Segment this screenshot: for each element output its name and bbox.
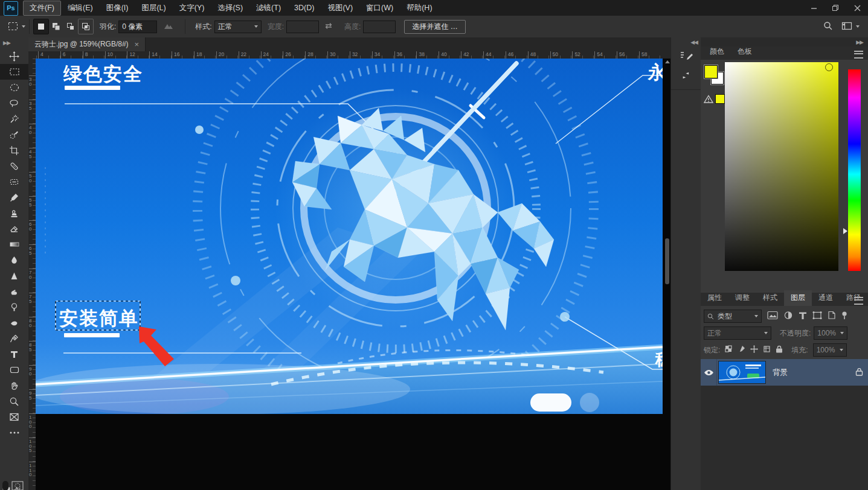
subtract-from-selection-button[interactable] — [63, 19, 78, 34]
filter-shape-layers-icon[interactable] — [812, 311, 822, 322]
panel-tab[interactable]: 属性 — [701, 290, 728, 306]
panel-tab[interactable]: 图层 — [784, 290, 812, 306]
tools-panel-collapse-icon[interactable]: ▶▶ — [0, 37, 28, 48]
lock-pixels-icon[interactable] — [738, 345, 745, 355]
menu-item[interactable]: 图层(L) — [135, 1, 172, 16]
panel-tab[interactable]: 调整 — [728, 290, 756, 306]
clone-stamp-tool[interactable] — [0, 205, 28, 221]
lock-artboard-icon[interactable] — [763, 345, 771, 355]
menu-item[interactable]: 3D(D) — [288, 1, 321, 14]
scroll-up-icon[interactable] — [665, 60, 670, 63]
move-tool[interactable] — [0, 48, 28, 64]
gamut-warning[interactable] — [704, 94, 725, 104]
patch-tool[interactable] — [0, 174, 28, 189]
color-picker-ring[interactable] — [825, 63, 833, 71]
menu-item[interactable]: 文字(Y) — [173, 1, 211, 16]
feather-input[interactable]: 0 像素 — [118, 21, 157, 33]
width-input[interactable] — [286, 21, 319, 33]
layer-filter-select[interactable]: 类型 — [704, 310, 762, 323]
menu-item[interactable]: 滤镜(T) — [249, 1, 288, 16]
blend-mode-select[interactable]: 正常 — [704, 326, 771, 340]
saturation-brightness-field[interactable] — [725, 62, 838, 271]
dodge-tool[interactable] — [0, 299, 28, 315]
lock-position-icon[interactable] — [750, 345, 758, 355]
brush-tool[interactable] — [0, 189, 28, 205]
magic-wand-tool[interactable] — [0, 111, 28, 127]
lock-all-icon[interactable] — [776, 345, 783, 355]
workspace-switcher-icon[interactable] — [841, 22, 852, 32]
search-icon[interactable] — [823, 21, 833, 33]
shape-tool[interactable] — [0, 362, 28, 378]
lock-transparency-icon[interactable] — [725, 345, 733, 355]
canvas-scrollbar[interactable] — [664, 59, 670, 414]
eraser-tool[interactable] — [0, 221, 28, 237]
filter-image-layers-icon[interactable] — [767, 311, 778, 322]
zoom-tool[interactable] — [0, 393, 28, 409]
tab-color[interactable]: 颜色 — [703, 44, 731, 60]
minimize-button[interactable] — [803, 0, 825, 16]
new-selection-button[interactable] — [33, 19, 49, 34]
select-and-mask-button[interactable]: 选择并遮住 … — [404, 20, 465, 34]
screen-mode-icon[interactable] — [0, 409, 28, 425]
tab-swatches[interactable]: 色板 — [731, 44, 759, 60]
panel-tab[interactable]: 样式 — [756, 290, 784, 306]
healing-brush-tool[interactable] — [0, 158, 28, 174]
gradient-tool[interactable] — [0, 237, 28, 252]
panel-menu-icon[interactable] — [854, 297, 863, 305]
menu-item[interactable]: 选择(S) — [211, 1, 249, 16]
more-tools-icon[interactable] — [0, 425, 28, 441]
canvas-viewport[interactable]: .pA{fill:#eaf7ff}.pB{fill:#c9e9fc}.pC{fi… — [36, 59, 670, 490]
swap-width-height-icon[interactable] — [324, 22, 333, 32]
photoshop-logo[interactable]: Ps — [4, 1, 18, 16]
menu-item[interactable]: 图像(I) — [100, 1, 135, 16]
filter-type-layers-icon[interactable] — [799, 311, 807, 322]
layer-row[interactable]: 背景 — [701, 359, 868, 386]
quick-mask-icon[interactable] — [1, 480, 28, 490]
intersect-selection-button[interactable] — [78, 19, 94, 34]
rectangular-marquee-tool[interactable] — [0, 64, 28, 80]
layer-name[interactable]: 背景 — [773, 368, 788, 378]
type-tool[interactable] — [0, 346, 28, 362]
close-tab-icon[interactable]: × — [135, 40, 140, 49]
smudge-tool[interactable] — [0, 284, 28, 299]
fill-select[interactable]: 100% — [813, 343, 847, 357]
opacity-select[interactable]: 100% — [814, 326, 847, 340]
canvas-image[interactable]: .pA{fill:#eaf7ff}.pB{fill:#c9e9fc}.pC{fi… — [36, 59, 663, 414]
menu-item[interactable]: 文件(F) — [23, 1, 61, 16]
scrollbar-thumb[interactable] — [665, 238, 669, 284]
close-button[interactable] — [846, 0, 868, 16]
menu-item[interactable]: 窗口(W) — [359, 1, 400, 16]
filter-smart-objects-icon[interactable] — [828, 311, 836, 322]
crop-tool[interactable] — [0, 142, 28, 158]
add-to-selection-button[interactable] — [49, 19, 63, 34]
sharpen-tool[interactable] — [0, 268, 28, 284]
hand-tool[interactable] — [0, 378, 28, 393]
style-select[interactable]: 正常 — [214, 21, 262, 33]
elliptical-marquee-tool[interactable] — [0, 80, 28, 95]
height-input[interactable] — [363, 21, 396, 33]
panel-tab[interactable]: 路径 — [840, 290, 867, 306]
tool-preset-picker[interactable] — [7, 21, 25, 32]
panel-menu-icon[interactable] — [854, 51, 863, 59]
closest-color-swatch[interactable] — [715, 94, 725, 104]
burn-tool[interactable] — [0, 315, 28, 331]
filter-adjustment-layers-icon[interactable] — [783, 311, 793, 322]
quick-selection-tool[interactable] — [0, 127, 28, 142]
pen-tool[interactable] — [0, 331, 28, 346]
panel-tab[interactable]: 通道 — [812, 290, 840, 306]
menu-item[interactable]: 视图(V) — [321, 1, 359, 16]
menu-item[interactable]: 编辑(E) — [61, 1, 100, 16]
expand-panels-icon[interactable]: ◀◀ — [671, 37, 701, 47]
hue-slider-pointer[interactable] — [843, 228, 847, 234]
filter-pin-icon[interactable] — [841, 311, 847, 322]
brush-settings-panel-icon[interactable] — [671, 47, 701, 66]
menu-item[interactable]: 帮助(H) — [400, 1, 439, 16]
blur-tool[interactable] — [0, 252, 28, 268]
layer-visibility-toggle[interactable] — [701, 359, 717, 386]
restore-button[interactable] — [825, 0, 846, 16]
brushes-panel-icon[interactable] — [671, 66, 701, 86]
lasso-tool[interactable] — [0, 95, 28, 111]
document-tab[interactable]: 云骑士.jpg @ 159%(RGB/8#) × — [28, 37, 146, 51]
foreground-color-swatch[interactable] — [704, 65, 718, 78]
chevron-down-icon[interactable] — [856, 25, 860, 28]
